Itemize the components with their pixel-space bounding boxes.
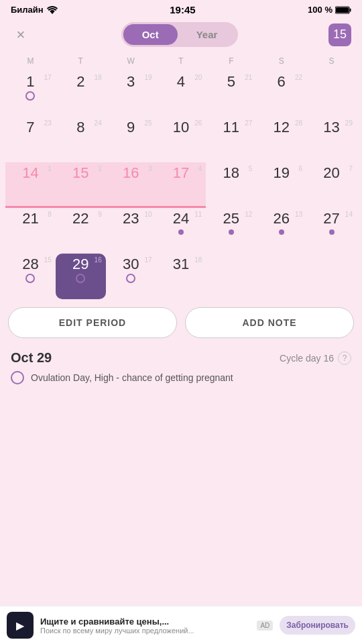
day-cell[interactable]: 2913: [306, 117, 357, 162]
day-cell[interactable]: 1730: [106, 254, 156, 299]
wifi-icon: [47, 6, 58, 14]
day-sub-num: 20: [194, 74, 202, 81]
day-cell[interactable]: 1023: [106, 208, 156, 254]
day-number: 5: [227, 74, 235, 90]
day-sub-num: 18: [194, 256, 202, 264]
day-sub-num: 1: [48, 165, 52, 172]
day-cell[interactable]: 518: [206, 162, 256, 208]
day-number: 11: [223, 119, 239, 136]
help-icon[interactable]: ?: [338, 352, 351, 365]
ovulation-text: Ovulation Day, High - chance of getting …: [31, 372, 233, 383]
selected-date-label: Oct 29: [11, 350, 52, 366]
ad-banner: ▶ Ищите и сравнивайте цены,... Поиск по …: [0, 606, 362, 644]
day-number: 21: [22, 211, 38, 227]
day-number: 19: [273, 165, 289, 181]
day-cell: [306, 254, 357, 299]
day-cell[interactable]: 720: [306, 162, 357, 208]
day-sub-num: 8: [48, 211, 52, 218]
weekday-T2: T: [156, 54, 206, 68]
day-cell[interactable]: 2812: [256, 117, 306, 162]
edit-period-button[interactable]: EDIT PERIOD: [8, 307, 177, 338]
weekday-T1: T: [56, 54, 106, 68]
day-cell[interactable]: 1629: [56, 254, 106, 299]
day-sub-num: 13: [295, 211, 302, 218]
day-sub-num: 17: [44, 74, 52, 81]
day-number: 24: [173, 211, 189, 227]
day-cell[interactable]: 619: [256, 162, 306, 208]
ad-cta-button[interactable]: Забронировать: [280, 616, 355, 635]
day-cell[interactable]: 821: [5, 208, 56, 254]
day-sub-num: 6: [299, 165, 303, 172]
weekday-M: M: [5, 54, 56, 68]
info-section: Oct 29 Cycle day 16 ? Ovulation Day, Hig…: [0, 346, 362, 392]
day-number: 15: [72, 165, 88, 181]
today-button[interactable]: 15: [328, 23, 351, 46]
header: × Oct Year 15: [0, 18, 362, 54]
day-cell[interactable]: 1528: [5, 254, 56, 299]
battery-icon: [335, 6, 351, 14]
day-sub-num: 11: [194, 211, 202, 218]
tab-month[interactable]: Oct: [123, 24, 178, 45]
day-cell[interactable]: 248: [56, 117, 106, 162]
day-cell[interactable]: 237: [5, 117, 56, 162]
day-cell[interactable]: 1831: [156, 254, 206, 299]
svg-rect-1: [349, 8, 351, 11]
day-cell[interactable]: 193: [106, 71, 156, 117]
day-number: 20: [323, 165, 339, 181]
day-cell[interactable]: 215: [56, 162, 106, 208]
day-number: 26: [273, 211, 289, 227]
close-button[interactable]: ×: [11, 25, 31, 45]
day-cell[interactable]: 2610: [156, 117, 206, 162]
day-cell[interactable]: 417: [156, 162, 206, 208]
day-number: 22: [72, 211, 88, 227]
day-cell: [306, 71, 357, 117]
tab-year[interactable]: Year: [178, 24, 237, 45]
ovulation-dot: [76, 274, 85, 283]
ad-play-icon: ▶: [16, 619, 24, 632]
day-cell[interactable]: 259: [106, 117, 156, 162]
day-sub-num: 2: [98, 165, 102, 172]
day-cell: [256, 254, 306, 299]
day-cell[interactable]: 1124: [156, 208, 206, 254]
day-number: 1: [26, 74, 34, 90]
day-sub-num: 22: [295, 74, 302, 81]
day-cell[interactable]: 182: [56, 71, 106, 117]
ad-subtitle: Поиск по всему миру лучших предложений..…: [40, 627, 250, 635]
day-cell[interactable]: 1225: [206, 208, 256, 254]
weekdays-row: M T W T F S S: [5, 54, 357, 68]
day-sub-num: 3: [148, 165, 152, 172]
day-cell[interactable]: 316: [106, 162, 156, 208]
day-sub-num: 21: [245, 74, 252, 81]
day-sub-num: 25: [144, 119, 152, 127]
day-sub-num: 23: [44, 119, 52, 127]
ad-title: Ищите и сравнивайте цены,...: [40, 616, 250, 627]
day-cell[interactable]: 171: [5, 71, 56, 117]
ovulation-dot: [25, 91, 35, 101]
day-cell[interactable]: 2711: [206, 117, 256, 162]
day-cell[interactable]: 204: [156, 71, 206, 117]
day-number: 9: [127, 119, 135, 136]
day-sub-num: 7: [349, 165, 353, 172]
day-cell[interactable]: 1326: [256, 208, 306, 254]
day-number: 17: [173, 165, 189, 181]
day-sub-num: 14: [345, 211, 353, 218]
action-row: EDIT PERIOD ADD NOTE: [0, 299, 362, 346]
day-number: 30: [123, 256, 139, 272]
day-sub-num: 5: [249, 165, 253, 172]
day-cell[interactable]: 215: [206, 71, 256, 117]
day-number: 27: [323, 211, 339, 227]
day-number: 16: [123, 165, 139, 181]
status-left: Билайн: [11, 5, 58, 15]
calendar: M T W T F S S 17118219320421522623724825…: [0, 54, 362, 299]
day-cell[interactable]: 226: [256, 71, 306, 117]
day-sub-num: 29: [345, 119, 353, 127]
ovulation-dot: [126, 274, 135, 283]
day-sub-num: 12: [245, 211, 252, 218]
day-cell: [206, 254, 256, 299]
add-note-button[interactable]: ADD NOTE: [185, 307, 354, 338]
day-number: 29: [72, 256, 88, 272]
day-cell[interactable]: 922: [56, 208, 106, 254]
day-sub-num: 10: [144, 211, 152, 218]
day-cell[interactable]: 114: [5, 162, 56, 208]
day-cell[interactable]: 1427: [306, 208, 357, 254]
